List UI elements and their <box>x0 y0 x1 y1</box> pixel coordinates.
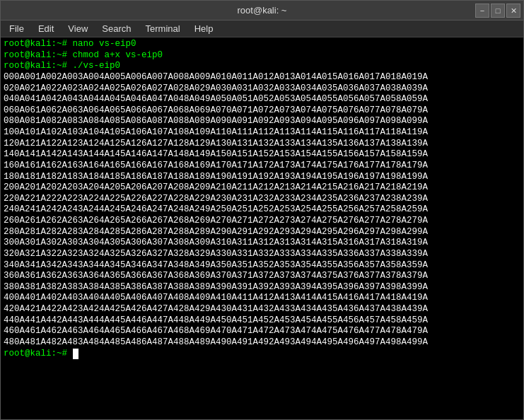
terminal-line: 440A441A442A443A444A445A446A447A448A449A… <box>4 315 520 327</box>
terminal-line: 160A161A162A163A164A165A166A167A168A169A… <box>4 161 520 172</box>
terminal-line: 000A001A002A003A004A005A006A007A008A009A… <box>4 72 520 83</box>
title-bar: root@kali: ~ − □ ✕ <box>1 1 523 21</box>
terminal-line: 420A421A422A423A424A425A426A427A428A429A… <box>4 304 520 315</box>
terminal-line: 180A181A182A183A184A185A186A187A188A189A… <box>4 172 520 183</box>
terminal-line: 220A221A222A223A224A225A226A227A228A229A… <box>4 194 520 205</box>
terminal-line: 460A461A462A463A464A465A466A467A468A469A… <box>4 326 520 337</box>
menu-edit[interactable]: Edit <box>33 22 59 35</box>
terminal-line: 100A101A102A103A104A105A106A107A108A109A… <box>4 127 520 139</box>
minimize-button[interactable]: − <box>475 4 489 18</box>
terminal-line: 400A401A402A403A404A405A406A407A408A409A… <box>4 293 520 304</box>
terminal-window: root@kali: ~ − □ ✕ File Edit View Search… <box>0 0 524 420</box>
terminal-cursor <box>73 349 78 360</box>
window-title: root@kali: ~ <box>238 5 287 16</box>
terminal-line: 340A341A342A343A344A345A346A347A348A349A… <box>4 260 520 272</box>
terminal-line: 320A321A322A323A324A325A326A327A328A329A… <box>4 249 520 260</box>
terminal-line: root@kali:~# nano vs-eip0 <box>4 39 520 50</box>
menu-file[interactable]: File <box>4 22 30 35</box>
menu-bar: File Edit View Search Terminal Help <box>1 21 523 37</box>
terminal-line: 280A281A282A283A284A285A286A287A288A289A… <box>4 227 520 238</box>
terminal-line: 060A061A062A063A064A065A066A067A068A069A… <box>4 105 520 117</box>
menu-view[interactable]: View <box>62 22 93 35</box>
terminal-body[interactable]: root@kali:~# nano vs-eip0root@kali:~# ch… <box>1 37 523 419</box>
terminal-line: 120A121A122A123A124A125A126A127A128A129A… <box>4 139 520 150</box>
terminal-line: 480A481A482A483A484A485A486A487A488A489A… <box>4 337 520 349</box>
terminal-line: 080A081A082A083A084A085A086A087A088A089A… <box>4 116 520 127</box>
terminal-line: root@kali:~# <box>4 349 520 360</box>
terminal-line: 260A261A262A263A264A265A266A267A268A269A… <box>4 216 520 227</box>
terminal-line: 140A141A142A143A144A145A146A147A148A149A… <box>4 149 520 161</box>
terminal-line: 040A041A042A043A044A045A046A047A048A049A… <box>4 94 520 105</box>
terminal-line: root@kali:~# ./vs-eip0 <box>4 61 520 72</box>
terminal-line: 240A241A242A243A244A245A246A247A248A249A… <box>4 204 520 216</box>
maximize-button[interactable]: □ <box>491 4 505 18</box>
menu-terminal[interactable]: Terminal <box>140 22 186 35</box>
terminal-line: 360A361A362A363A364A365A366A367A368A369A… <box>4 271 520 282</box>
menu-search[interactable]: Search <box>96 22 136 35</box>
terminal-line: root@kali:~# chmod a+x vs-eip0 <box>4 50 520 62</box>
window-controls: − □ ✕ <box>475 4 520 18</box>
terminal-line: 200A201A202A203A204A205A206A207A208A209A… <box>4 182 520 194</box>
close-button[interactable]: ✕ <box>506 4 520 18</box>
terminal-line: 300A301A302A303A304A305A306A307A308A309A… <box>4 238 520 249</box>
menu-help[interactable]: Help <box>189 22 219 35</box>
terminal-line: 020A021A022A023A024A025A026A027A028A029A… <box>4 83 520 95</box>
terminal-line: 380A381A382A383A384A385A386A387A388A389A… <box>4 282 520 293</box>
